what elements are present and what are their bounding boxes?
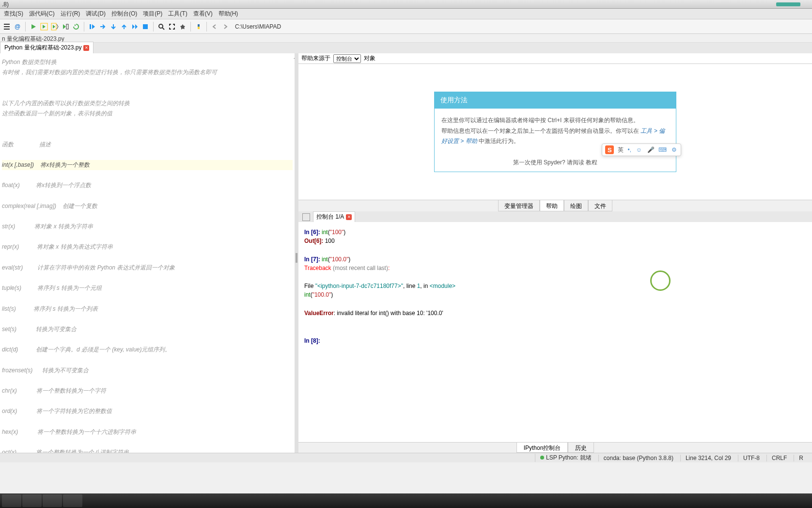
console-error: ValueError: invalid literal for int() wi…	[304, 309, 806, 318]
editor-pane[interactable]: ◀ Python 数据类型转换有时候，我们需要对数据内置的类型进行转换，你只需要…	[0, 53, 295, 453]
fullscreen-icon[interactable]	[167, 22, 177, 32]
console-prompt[interactable]: In [8]:	[304, 336, 806, 345]
menu-console[interactable]: 控制台(O)	[109, 9, 140, 19]
forward-icon[interactable]	[220, 22, 230, 32]
run-cell-icon[interactable]	[39, 22, 49, 32]
editor-line	[2, 78, 293, 88]
ime-settings-icon[interactable]: ⚙	[670, 146, 678, 154]
editor-line	[2, 314, 293, 324]
menu-source[interactable]: 源代码(C)	[26, 9, 58, 19]
toolbar-at-icon[interactable]: @	[13, 22, 22, 32]
run-cell-advance-icon[interactable]	[50, 22, 60, 32]
console-file-line: File "<ipython-input-7-dc7c71180f77>", l…	[304, 282, 806, 290]
tab-files[interactable]: 文件	[588, 200, 612, 211]
tab-plots[interactable]: 绘图	[564, 200, 588, 211]
close-icon[interactable]: ✕	[83, 45, 89, 51]
console-menu-icon[interactable]	[302, 213, 310, 221]
status-conda[interactable]: conda: base (Python 3.8.8)	[598, 455, 678, 461]
debug-stop-icon[interactable]	[141, 22, 150, 32]
console-err-code: int("100.0")	[304, 290, 806, 299]
statusbar: LSP Python: 就绪 conda: base (Python 3.8.8…	[0, 453, 812, 462]
help-card-title: 使用方法	[435, 92, 676, 109]
tab-help[interactable]: 帮助	[540, 200, 564, 211]
editor-line: repr(x) 将对象 x 转换为表达式字符串	[2, 242, 293, 252]
back-icon[interactable]	[210, 22, 219, 32]
windows-taskbar[interactable]	[0, 493, 812, 508]
editor-line: 这些函数返回一个新的对象，表示转换的值	[2, 109, 293, 119]
help-object-label: 对象	[364, 54, 375, 63]
editor-line	[2, 293, 293, 303]
menu-tools[interactable]: 工具(T)	[165, 9, 190, 19]
settings-icon[interactable]	[178, 22, 187, 32]
svg-rect-3	[90, 24, 91, 29]
help-link-tutorial[interactable]: 教程	[586, 159, 597, 166]
ime-toolbar[interactable]: S 英 •, ☺ 🎤 ⌨ ⚙	[602, 143, 681, 156]
breadcrumb-text: n 量化编程基础-2023.py	[2, 35, 64, 42]
editor-line	[2, 396, 293, 406]
ime-punct-icon[interactable]: •,	[627, 146, 631, 153]
status-encoding: UTF-8	[738, 455, 765, 461]
window-titlebar: .8)	[0, 0, 812, 9]
editor-line: list(s) 将序列 s 转换为一个列表	[2, 304, 293, 314]
editor-line: float(x) 将x转换到一个浮点数	[2, 180, 293, 190]
taskbar-item[interactable]	[63, 494, 82, 507]
sogou-icon[interactable]: S	[605, 145, 614, 154]
status-lsp: LSP Python: 就绪	[535, 454, 596, 462]
help-source-label: 帮助来源于	[301, 54, 330, 63]
editor-tab[interactable]: Python 量化编程基础-2023.py ✕	[0, 42, 94, 53]
console-tab[interactable]: 控制台 1/A ✕	[313, 211, 355, 222]
editor-line	[2, 437, 293, 447]
editor-line	[2, 232, 293, 242]
menu-find[interactable]: 查找(S)	[1, 9, 26, 19]
console-bottom-tabs: IPython控制台 历史	[298, 442, 812, 453]
editor-line: 函数 描述	[2, 140, 293, 150]
right-pane-tabs: 变量管理器 帮助 绘图 文件	[298, 200, 812, 211]
run-icon[interactable]	[29, 22, 38, 32]
menu-project[interactable]: 项目(P)	[140, 9, 165, 19]
tab-variables[interactable]: 变量管理器	[498, 200, 540, 211]
ime-keyboard-icon[interactable]: ⌨	[658, 146, 666, 154]
debug-step-icon[interactable]	[98, 22, 108, 32]
help-text-1: 在这里你可以通过在编辑器或者终端中按 Ctrl+I 来获得任何对象的帮助信息。	[441, 115, 669, 126]
search-icon[interactable]	[156, 22, 166, 32]
splitter[interactable]	[295, 53, 298, 453]
menu-view[interactable]: 查看(V)	[190, 9, 216, 19]
menu-debug[interactable]: 调试(D)	[83, 9, 109, 19]
console-line: In [7]: int("100.0")	[304, 255, 806, 264]
ime-mic-icon[interactable]: 🎤	[647, 146, 655, 154]
console-tabs: 控制台 1/A ✕	[298, 211, 812, 222]
close-icon[interactable]: ✕	[346, 214, 352, 220]
editor-line: ord(x) 将一个字符转换为它的整数值	[2, 406, 293, 416]
taskbar-item[interactable]	[2, 494, 21, 507]
editor-line: str(x) 将对象 x 转换为字符串	[2, 222, 293, 232]
python-path-icon[interactable]	[194, 22, 203, 32]
help-footer: 第一次使用 Spyder? 请阅读 教程	[435, 154, 676, 172]
editor-line: set(s) 转换为可变集合	[2, 324, 293, 334]
help-source-select[interactable]: 控制台	[333, 54, 361, 63]
rerun-icon[interactable]	[71, 22, 81, 32]
menu-help[interactable]: 帮助(H)	[216, 9, 241, 19]
toolbar-list-icon[interactable]	[2, 22, 12, 32]
taskbar-item[interactable]	[22, 494, 42, 507]
help-body: 使用方法 在这里你可以通过在编辑器或者终端中按 Ctrl+I 来获得任何对象的帮…	[298, 64, 812, 200]
menu-run[interactable]: 运行(R)	[58, 9, 83, 19]
editor-line	[2, 417, 293, 427]
debug-stepin-icon[interactable]	[109, 22, 118, 32]
tab-ipython[interactable]: IPython控制台	[516, 443, 568, 453]
editor-line: oct(x) 将一个整数转换为一个八进制字符串	[2, 447, 293, 453]
ime-face-icon[interactable]: ☺	[635, 146, 643, 154]
ipython-console[interactable]: In [6]: int("100") Out[6]: 100 In [7]: i…	[298, 222, 812, 442]
debug-start-icon[interactable]	[87, 22, 97, 32]
taskbar-item[interactable]	[43, 494, 62, 507]
run-selection-icon[interactable]	[61, 22, 70, 32]
editor-line: Python 数据类型转换	[2, 57, 293, 67]
editor-line: int(x [,base]) 将x转换为一个整数	[2, 160, 293, 170]
editor-line: frozenset(s) 转换为不可变集合	[2, 365, 293, 376]
debug-stepout-icon[interactable]	[119, 22, 129, 32]
svg-rect-2	[66, 24, 68, 29]
editor-line	[2, 253, 293, 263]
tab-history[interactable]: 历史	[568, 443, 594, 453]
editor-line	[2, 88, 293, 98]
debug-continue-icon[interactable]	[130, 22, 140, 32]
ime-lang[interactable]: 英	[618, 146, 624, 154]
